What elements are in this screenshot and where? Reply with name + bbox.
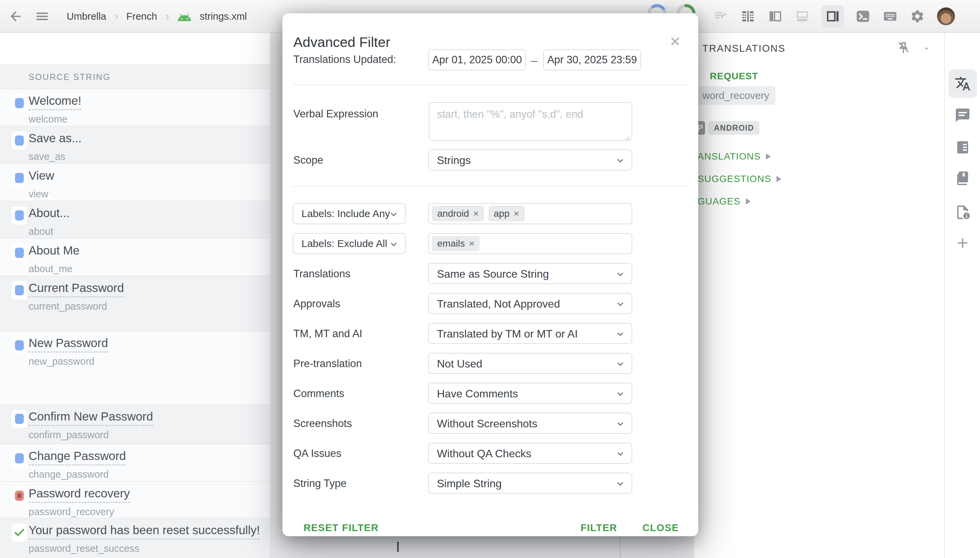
section-header-guages[interactable]: GUAGES bbox=[698, 190, 936, 213]
scope-value: Strings bbox=[437, 154, 471, 167]
status-chip bbox=[11, 169, 27, 187]
filter-select-comments[interactable]: Have Comments bbox=[428, 383, 632, 404]
string-row-view[interactable]: Viewview bbox=[0, 164, 271, 202]
filter-select-screenshots[interactable]: Without Screenshots bbox=[428, 413, 632, 434]
filter-label-translations: Translations bbox=[293, 268, 350, 280]
filter-select-translations[interactable]: Same as Source String bbox=[428, 263, 632, 284]
hidden-scrollbar-thumb[interactable] bbox=[397, 542, 399, 552]
string-row-change_password[interactable]: Change Passwordchange_password bbox=[0, 444, 271, 482]
string-row-welcome[interactable]: Welcome!welcome bbox=[0, 89, 271, 126]
bottom-panel-view-icon[interactable] bbox=[794, 8, 811, 25]
add-icon[interactable] bbox=[948, 229, 977, 257]
android-icon bbox=[177, 9, 192, 23]
dates-label: Translations Updated: bbox=[293, 53, 396, 66]
tm-glossary-icon[interactable] bbox=[948, 164, 977, 192]
string-row-about_me[interactable]: About Meabout_me bbox=[0, 239, 271, 276]
verbal-expression-textarea[interactable]: start, then "%", anyof "s,d", end bbox=[429, 102, 632, 141]
file-info-icon[interactable] bbox=[948, 198, 977, 226]
user-avatar[interactable] bbox=[936, 7, 955, 26]
labels-mode-select-1[interactable]: Labels: Exclude All bbox=[293, 233, 405, 254]
filter-select-tm-mt-and-ai[interactable]: Translated by TM or MT or AI bbox=[428, 323, 632, 344]
panel-collapse-button[interactable] bbox=[921, 44, 932, 54]
translate-icon[interactable] bbox=[948, 69, 977, 98]
filter-select-approvals[interactable]: Translated, Not Approved bbox=[428, 293, 632, 314]
string-key: welcome bbox=[29, 114, 67, 125]
reset-filter-button[interactable]: RESET FILTER bbox=[304, 517, 379, 538]
close-button[interactable]: CLOSE bbox=[642, 517, 679, 538]
comments-icon[interactable] bbox=[948, 101, 977, 130]
filter-select-pre-translation[interactable]: Not Used bbox=[428, 353, 632, 374]
menu-button[interactable] bbox=[34, 8, 50, 25]
terminal-icon[interactable] bbox=[855, 8, 871, 25]
expand-triangle-icon bbox=[776, 176, 781, 182]
status-chip bbox=[11, 449, 27, 468]
translated-status-icon bbox=[15, 98, 24, 108]
keyboard-icon[interactable] bbox=[882, 8, 898, 25]
source-string-text: About Me bbox=[29, 244, 80, 257]
modal-title: Advanced Filter bbox=[293, 34, 390, 50]
string-row-new_password[interactable]: New Passwordnew_password bbox=[0, 332, 271, 405]
source-string-text: Change Password bbox=[29, 449, 126, 466]
filter-select-qa-issues[interactable]: Without QA Checks bbox=[428, 443, 632, 464]
chevron-down-icon bbox=[615, 329, 625, 339]
request-translation-link[interactable]: REQUEST bbox=[710, 71, 758, 82]
labels-tag-field-0[interactable]: android×app× bbox=[428, 203, 632, 224]
string-row-current_password[interactable]: Current Passwordcurrent_password bbox=[0, 276, 271, 332]
right-panel-view-icon[interactable] bbox=[821, 5, 844, 28]
string-row-save_as[interactable]: Save as...save_as bbox=[0, 126, 271, 164]
section-header-anslations[interactable]: ANSLATIONS bbox=[698, 145, 936, 168]
edit-icon[interactable] bbox=[712, 8, 729, 25]
date-to-input[interactable]: Apr 30, 2025 23:59 bbox=[543, 49, 641, 71]
remove-tag-icon[interactable]: × bbox=[469, 238, 474, 249]
close-icon[interactable]: × bbox=[666, 32, 685, 51]
translated-status-icon bbox=[15, 173, 24, 183]
filter-select-string-type[interactable]: Simple String bbox=[428, 473, 632, 494]
status-chip bbox=[11, 410, 27, 428]
translated-status-icon bbox=[15, 248, 24, 258]
date-from-input[interactable]: Apr 01, 2025 00:00 bbox=[428, 49, 526, 71]
string-row-password_reset_success[interactable]: Your password has been reset successfull… bbox=[0, 519, 271, 558]
chevron-down-icon bbox=[615, 156, 625, 166]
breadcrumb-item-french[interactable]: French bbox=[126, 11, 157, 22]
chevron-down-icon bbox=[389, 239, 399, 249]
context-icon[interactable] bbox=[948, 133, 977, 162]
section-header-suggestions[interactable]: SUGGESTIONS bbox=[698, 168, 936, 190]
labels-tag-field-1[interactable]: emails× bbox=[428, 233, 632, 254]
status-chip bbox=[11, 206, 27, 225]
verbal-expression-label: Verbal Expression bbox=[293, 108, 378, 120]
breadcrumb-item-strings-xml[interactable]: strings.xml bbox=[200, 11, 247, 22]
scope-select[interactable]: Strings bbox=[428, 149, 632, 171]
divider bbox=[293, 84, 688, 85]
resize-grip-icon[interactable] bbox=[624, 132, 630, 139]
translated-status-icon bbox=[15, 135, 24, 146]
settings-gear-icon[interactable] bbox=[909, 8, 926, 25]
menu-icon bbox=[34, 9, 50, 24]
string-row-confirm_password[interactable]: Confirm New Passwordconfirm_password bbox=[0, 405, 271, 444]
select-value: Translated, Not Approved bbox=[437, 298, 560, 310]
section-label: SUGGESTIONS bbox=[698, 174, 771, 184]
tag-emails: emails× bbox=[432, 236, 479, 251]
translated-status-icon bbox=[15, 453, 24, 463]
expand-triangle-icon bbox=[746, 199, 751, 205]
remove-tag-icon[interactable]: × bbox=[473, 208, 478, 219]
labels-mode-select-0[interactable]: Labels: Include Any bbox=[293, 203, 405, 224]
source-string-text: Confirm New Password bbox=[29, 410, 153, 426]
chevron-down-icon bbox=[615, 269, 625, 279]
status-chip bbox=[11, 244, 27, 262]
table-view-icon[interactable] bbox=[740, 8, 756, 25]
split-view-icon[interactable] bbox=[767, 8, 783, 25]
remove-tag-icon[interactable]: × bbox=[514, 208, 519, 219]
string-key: current_password bbox=[29, 301, 107, 312]
scope-label: Scope bbox=[293, 154, 323, 166]
string-key: about_me bbox=[29, 263, 72, 274]
pin-off-icon[interactable] bbox=[896, 40, 911, 56]
string-key: about bbox=[29, 226, 53, 237]
translated-status-icon bbox=[15, 285, 24, 295]
apply-filter-button[interactable]: FILTER bbox=[581, 517, 617, 538]
back-button[interactable] bbox=[8, 8, 24, 25]
breadcrumb-item-umbrella[interactable]: Umbrella bbox=[67, 11, 106, 22]
filter-label-screenshots: Screenshots bbox=[293, 417, 352, 430]
string-row-password_recovery[interactable]: Password recoverypassword_recovery bbox=[0, 482, 271, 519]
strings-panel: SOURCE STRING Welcome!welcomeSave as...s… bbox=[0, 33, 271, 558]
string-row-about[interactable]: About...about bbox=[0, 202, 271, 239]
